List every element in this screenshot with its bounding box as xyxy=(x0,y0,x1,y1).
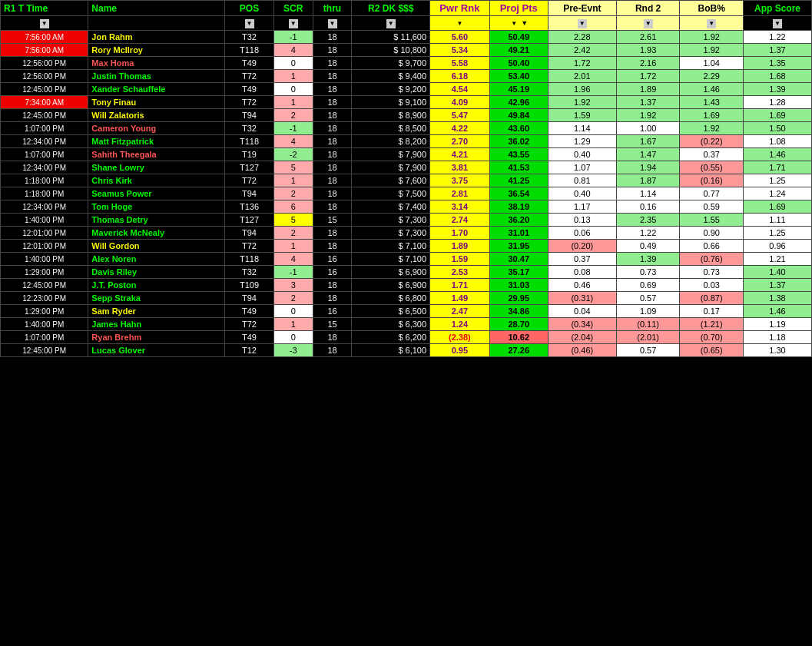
cell-rnd2: 1.09 xyxy=(616,305,680,318)
cell-rnd2: 0.69 xyxy=(616,279,680,292)
filter-proj[interactable]: ▼ ▼ xyxy=(489,16,548,31)
cell-r2dk: $ 11,600 xyxy=(352,31,430,44)
filter-rnd2[interactable]: ▼ xyxy=(616,16,680,31)
table-row: 12:45:00 PM Will Zalatoris T94 2 18 $ 8,… xyxy=(1,109,812,122)
cell-app: 1.08 xyxy=(743,135,811,148)
table-row: 1:18:00 PM Seamus Power T94 2 18 $ 7,500… xyxy=(1,187,812,200)
filter-row[interactable]: ▼ ▼ ▼ ▼ ▼ ▼ ▼ ▼ ▼ ▼ ▼ ▼ xyxy=(1,16,812,31)
filter-pos[interactable]: ▼ xyxy=(225,16,274,31)
cell-pwr: 2.53 xyxy=(430,266,490,279)
filter-app[interactable]: ▼ xyxy=(743,16,811,31)
cell-app: 1.69 xyxy=(743,109,811,122)
filter-bob[interactable]: ▼ xyxy=(680,16,744,31)
filter-rnd2-arrow[interactable]: ▼ xyxy=(644,19,653,28)
cell-name: Rory McIlroy xyxy=(88,44,225,57)
cell-rnd2: 1.94 xyxy=(616,161,680,174)
cell-bob: 1.92 xyxy=(680,122,744,135)
table-row: 1:40:00 PM James Hahn T72 1 15 $ 6,300 1… xyxy=(1,318,812,331)
table-row: 1:18:00 PM Chris Kirk T72 1 18 $ 7,600 3… xyxy=(1,174,812,187)
cell-proj: 31.03 xyxy=(489,279,548,292)
table-row: 12:56:00 PM Justin Thomas T72 1 18 $ 9,4… xyxy=(1,70,812,83)
filter-time[interactable]: ▼ xyxy=(1,16,88,31)
cell-bob: 1.43 xyxy=(680,96,744,109)
cell-rnd2: 2.35 xyxy=(616,214,680,227)
cell-r2dk: $ 7,500 xyxy=(352,187,430,200)
cell-time: 12:34:00 PM xyxy=(1,161,88,174)
filter-scr-arrow[interactable]: ▼ xyxy=(289,19,298,28)
cell-pos: T32 xyxy=(225,122,274,135)
cell-thru: 18 xyxy=(313,57,352,70)
filter-r2dk[interactable]: ▼ xyxy=(352,16,430,31)
cell-pre: 2.01 xyxy=(548,70,616,83)
cell-name: Matt Fitzpatrick xyxy=(88,135,225,148)
cell-pwr: 2.70 xyxy=(430,135,490,148)
filter-pwr[interactable]: ▼ xyxy=(430,16,490,31)
cell-bob: 0.77 xyxy=(680,187,744,200)
cell-r2dk: $ 9,700 xyxy=(352,57,430,70)
cell-time: 12:01:00 PM xyxy=(1,240,88,253)
cell-r2dk: $ 9,100 xyxy=(352,96,430,109)
cell-name: Max Homa xyxy=(88,57,225,70)
cell-pos: T118 xyxy=(225,135,274,148)
col-header-pre: Pre-Evnt xyxy=(548,1,616,16)
cell-pwr: 5.60 xyxy=(430,31,490,44)
cell-pwr: 2.81 xyxy=(430,187,490,200)
cell-app: 1.38 xyxy=(743,292,811,305)
cell-name: Alex Noren xyxy=(88,253,225,266)
cell-pre: 0.04 xyxy=(548,305,616,318)
cell-app: 1.25 xyxy=(743,227,811,240)
cell-pos: T94 xyxy=(225,227,274,240)
cell-proj: 31.01 xyxy=(489,227,548,240)
cell-app: 1.35 xyxy=(743,57,811,70)
cell-proj: 38.19 xyxy=(489,200,548,214)
cell-bob: 0.03 xyxy=(680,279,744,292)
col-header-rnd2: Rnd 2 xyxy=(616,1,680,16)
cell-pos: T118 xyxy=(225,44,274,57)
cell-rnd2: 0.57 xyxy=(616,292,680,305)
cell-thru: 18 xyxy=(313,292,352,305)
cell-bob: 0.66 xyxy=(680,240,744,253)
filter-bob-arrow[interactable]: ▼ xyxy=(707,19,716,28)
col-header-pwr: Pwr Rnk xyxy=(430,1,490,16)
cell-pwr: 0.95 xyxy=(430,344,490,357)
filter-pre-arrow[interactable]: ▼ xyxy=(578,19,587,28)
cell-app: 1.40 xyxy=(743,266,811,279)
filter-pwr-arrow[interactable]: ▼ xyxy=(455,19,464,28)
cell-bob: (0.70) xyxy=(680,331,744,344)
cell-name: Will Gordon xyxy=(88,240,225,253)
cell-r2dk: $ 8,200 xyxy=(352,135,430,148)
cell-pwr: 1.71 xyxy=(430,279,490,292)
filter-proj-arrow[interactable]: ▼ xyxy=(509,19,519,28)
cell-pre: 0.46 xyxy=(548,279,616,292)
cell-scr: -1 xyxy=(273,122,313,135)
col-header-thru: thru xyxy=(313,1,352,16)
cell-proj: 43.55 xyxy=(489,148,548,161)
cell-scr: 1 xyxy=(273,174,313,187)
cell-pos: T49 xyxy=(225,305,274,318)
filter-app-arrow[interactable]: ▼ xyxy=(773,19,782,28)
filter-r2dk-arrow[interactable]: ▼ xyxy=(386,19,396,28)
filter-thru[interactable]: ▼ xyxy=(313,16,352,31)
cell-time: 1:29:00 PM xyxy=(1,305,88,318)
cell-thru: 18 xyxy=(313,240,352,253)
col-header-proj: Proj Pts xyxy=(489,1,548,16)
filter-thru-arrow[interactable]: ▼ xyxy=(328,19,337,28)
cell-time: 7:56:00 AM xyxy=(1,44,88,57)
filter-time-arrow[interactable]: ▼ xyxy=(40,19,49,28)
filter-scr[interactable]: ▼ xyxy=(273,16,313,31)
filter-pre[interactable]: ▼ xyxy=(548,16,616,31)
cell-pos: T136 xyxy=(225,200,274,214)
cell-pwr: 1.59 xyxy=(430,253,490,266)
cell-app: 1.39 xyxy=(743,83,811,96)
table-row: 12:45:00 PM Xander Schauffele T49 0 18 $… xyxy=(1,83,812,96)
cell-bob: 0.59 xyxy=(680,200,744,214)
cell-r2dk: $ 6,900 xyxy=(352,266,430,279)
cell-scr: 4 xyxy=(273,135,313,148)
cell-thru: 16 xyxy=(313,266,352,279)
cell-pre: 1.72 xyxy=(548,57,616,70)
cell-time: 12:56:00 PM xyxy=(1,57,88,70)
cell-thru: 15 xyxy=(313,214,352,227)
filter-name xyxy=(88,16,225,31)
filter-pos-arrow[interactable]: ▼ xyxy=(245,19,254,28)
cell-scr: 2 xyxy=(273,187,313,200)
